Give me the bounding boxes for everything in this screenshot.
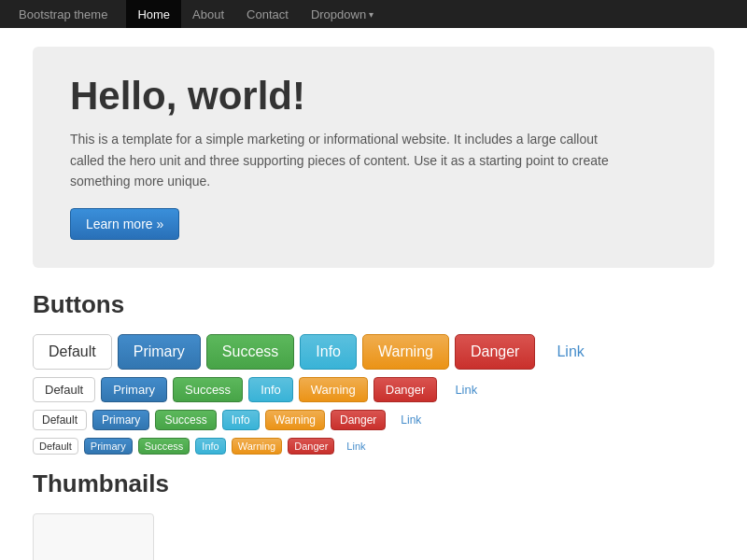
btn-success-md[interactable]: Success (173, 377, 243, 402)
btn-info-md[interactable]: Info (248, 377, 293, 402)
nav-item-about[interactable]: About (181, 0, 235, 28)
chevron-down-icon: ▾ (369, 9, 374, 20)
btn-info-sm[interactable]: Info (222, 410, 260, 430)
btn-warning-lg[interactable]: Warning (362, 334, 449, 370)
button-row-md: Default Primary Success Info Warning Dan… (33, 377, 714, 402)
navbar-brand: Bootstrap theme (19, 7, 107, 21)
btn-primary-lg[interactable]: Primary (118, 334, 201, 370)
btn-success-lg[interactable]: Success (206, 334, 294, 370)
thumbnail-item: 200x200 (33, 513, 154, 560)
btn-link-xs[interactable]: Link (340, 438, 372, 455)
learn-more-button[interactable]: Learn more » (70, 208, 179, 240)
hero-title: Hello, world! (70, 75, 677, 118)
btn-success-sm[interactable]: Success (155, 410, 216, 430)
button-row-lg: Default Primary Success Info Warning Dan… (33, 334, 714, 370)
btn-info-xs[interactable]: Info (195, 438, 225, 455)
btn-primary-xs[interactable]: Primary (84, 438, 133, 455)
btn-link-lg[interactable]: Link (541, 334, 599, 370)
btn-warning-md[interactable]: Warning (299, 377, 368, 402)
thumbnails-section-title: Thumbnails (33, 469, 714, 498)
button-row-sm: Default Primary Success Info Warning Dan… (33, 410, 714, 430)
btn-success-xs[interactable]: Success (138, 438, 190, 455)
btn-danger-lg[interactable]: Danger (455, 334, 535, 370)
btn-link-sm[interactable]: Link (391, 410, 430, 430)
btn-primary-md[interactable]: Primary (101, 377, 167, 402)
main-container: Hello, world! This is a template for a s… (19, 28, 728, 560)
thumbnails-section: Thumbnails 200x200 (33, 469, 714, 560)
btn-link-md[interactable]: Link (443, 377, 489, 402)
nav-item-home[interactable]: Home (126, 0, 181, 28)
btn-default-xs[interactable]: Default (33, 438, 78, 455)
btn-default-md[interactable]: Default (33, 377, 95, 402)
btn-info-lg[interactable]: Info (300, 334, 357, 370)
buttons-section-title: Buttons (33, 290, 714, 319)
nav-item-dropdown[interactable]: Dropdown ▾ (300, 0, 385, 28)
btn-danger-md[interactable]: Danger (374, 377, 438, 402)
btn-danger-xs[interactable]: Danger (288, 438, 334, 455)
nav-item-contact[interactable]: Contact (235, 0, 300, 28)
buttons-section: Buttons Default Primary Success Info War… (33, 290, 714, 455)
hero-unit: Hello, world! This is a template for a s… (33, 47, 714, 268)
btn-primary-sm[interactable]: Primary (92, 410, 149, 430)
btn-warning-xs[interactable]: Warning (232, 438, 283, 455)
btn-danger-sm[interactable]: Danger (331, 410, 386, 430)
hero-description: This is a template for a simple marketin… (70, 129, 630, 191)
btn-default-lg[interactable]: Default (33, 334, 112, 370)
navbar-nav: Home About Contact Dropdown ▾ (126, 0, 385, 28)
button-row-xs: Default Primary Success Info Warning Dan… (33, 438, 714, 455)
btn-default-sm[interactable]: Default (33, 410, 87, 430)
navbar: Bootstrap theme Home About Contact Dropd… (0, 0, 747, 28)
btn-warning-sm[interactable]: Warning (265, 410, 325, 430)
